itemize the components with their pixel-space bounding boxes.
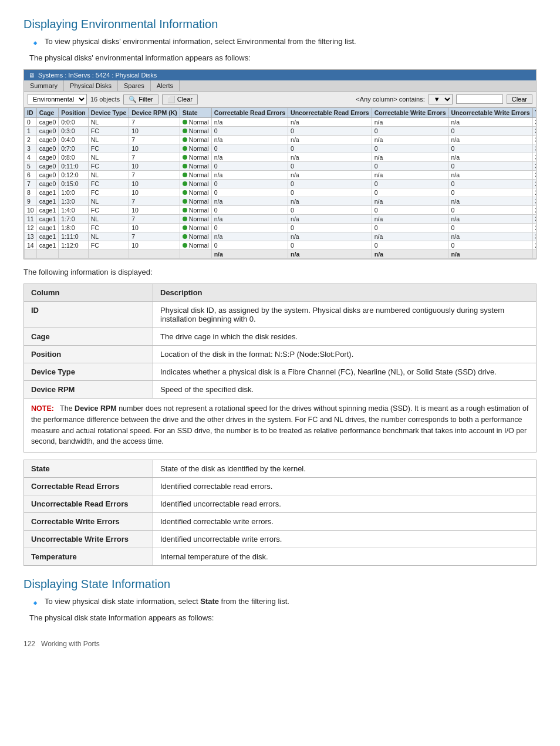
- status-dot: [183, 243, 187, 248]
- col-correctable-read: Correctable Read Errors: [211, 108, 288, 118]
- tab-summary[interactable]: Summary: [24, 80, 64, 91]
- info-description: Identified correctable read errors.: [153, 478, 537, 495]
- info-desc-header: Description: [153, 284, 537, 302]
- screenshot-toolbar: Environmental 16 objects 🔍 Filter ⬜ Clea…: [24, 92, 536, 107]
- bullet2-icon: 🔹: [29, 598, 41, 609]
- info-description: Identified correctable write errors.: [153, 513, 537, 531]
- info-row: Device TypeIndicates whether a physical …: [24, 363, 537, 381]
- info-row: Uncorrectable Write ErrorsIdentified unc…: [24, 531, 537, 548]
- status-dot: [183, 225, 187, 230]
- info-column-label: ID: [24, 302, 153, 328]
- col-position: Position: [59, 108, 88, 118]
- status-dot: [183, 173, 187, 177]
- search-select[interactable]: ▼: [429, 94, 453, 104]
- search-clear-button[interactable]: Clear: [507, 94, 532, 104]
- note-label: NOTE:: [31, 404, 54, 413]
- table-row: 5cage00:11:0FC10Normal000031°C (87.8°F): [25, 162, 537, 171]
- status-dot: [183, 120, 187, 124]
- clear-button[interactable]: ⬜ Clear: [162, 94, 198, 104]
- info-row: IDPhysical disk ID, as assigned by the s…: [24, 302, 537, 328]
- table-header-row: ID Cage Position Device Type Device RPM …: [25, 108, 537, 118]
- info-column-label: Correctable Write Errors: [24, 513, 153, 531]
- filter-select[interactable]: Environmental: [28, 94, 87, 104]
- info-column-label: Uncorrectable Write Errors: [24, 531, 153, 548]
- table-row: 9cage11:3:0NL7Normaln/an/an/an/a32°C (89…: [25, 197, 537, 206]
- section1-bullet1: 🔹 To view physical disks' environmental …: [29, 37, 537, 49]
- col-device-rpm: Device RPM (K): [129, 108, 180, 118]
- bullet1-icon: 🔹: [29, 38, 41, 49]
- info-row: Uncorrectable Read ErrorsIdentified unco…: [24, 495, 537, 513]
- search-input[interactable]: [456, 94, 503, 104]
- info-row: StateState of the disk as identified by …: [24, 460, 537, 478]
- tab-alerts[interactable]: Alerts: [151, 80, 180, 91]
- col-state: State: [180, 108, 211, 118]
- info-column-label: Cage: [24, 328, 153, 346]
- info-description: The drive cage in which the disk resides…: [153, 328, 537, 346]
- table-footer-row: n/an/an/an/a: [25, 250, 537, 259]
- section2-intro2: The physical disk state information appe…: [29, 613, 537, 622]
- status-dot: [183, 155, 187, 160]
- tab-spares[interactable]: Spares: [118, 80, 151, 91]
- section2-bullet1-text: To view physical disk state information,…: [45, 597, 289, 606]
- environmental-table: ID Cage Position Device Type Device RPM …: [24, 107, 536, 259]
- status-dot: [183, 199, 187, 204]
- table-row: 0cage00:0:0NL7Normaln/an/an/an/a34°C (93…: [25, 118, 537, 127]
- info-table-1: Column Description IDPhysical disk ID, a…: [23, 283, 537, 399]
- table-row: 2cage00:4:0NL7Normaln/an/an/an/a36°C (96…: [25, 136, 537, 144]
- info-row: Correctable Read ErrorsIdentified correc…: [24, 478, 537, 495]
- screenshot-titlebar: 🖥 Systems : InServs : 5424 : Physical Di…: [24, 70, 536, 80]
- status-dot: [183, 129, 187, 133]
- table-row: 3cage00:7:0FC10Normal000030°C (86°F): [25, 144, 537, 153]
- section2-container: Displaying State Information 🔹 To view p…: [23, 578, 537, 622]
- status-dot: [183, 217, 187, 221]
- status-dot: [183, 164, 187, 168]
- table-row: 11cage11:7:0NL7Normaln/an/an/an/a32°C (8…: [25, 215, 537, 224]
- table-row: 1cage00:3:0FC10Normal000030°C (86°F): [25, 127, 537, 136]
- table-row: 6cage00:12:0NL7Normaln/an/an/an/a36°C (9…: [25, 171, 537, 180]
- table-row: 7cage00:15:0FC10Normal000028°C (82.4°F): [25, 180, 537, 188]
- info-description: Indicates whether a physical disk is a F…: [153, 363, 537, 381]
- status-dot: [183, 137, 187, 142]
- col-id: ID: [25, 108, 37, 118]
- filter-button[interactable]: 🔍 Filter: [123, 94, 158, 104]
- col-correctable-write: Correctable Write Errors: [372, 108, 448, 118]
- titlebar-icon: 🖥: [29, 72, 35, 79]
- info-description: Internal temperature of the disk.: [153, 548, 537, 566]
- search-label: <Any column> contains:: [356, 96, 424, 103]
- info-row: Device RPMSpeed of the specified disk.: [24, 381, 537, 399]
- col-temperature: Temperature: [532, 108, 536, 118]
- titlebar-text: Systems : InServs : 5424 : Physical Disk…: [38, 72, 157, 79]
- screenshot-tabs: Summary Physical Disks Spares Alerts: [24, 80, 536, 92]
- tab-physical-disks[interactable]: Physical Disks: [64, 80, 118, 91]
- info-column-label: Device RPM: [24, 381, 153, 399]
- info-description: State of the disk as identified by the k…: [153, 460, 537, 478]
- col-uncorrectable-write: Uncorrectable Write Errors: [448, 108, 532, 118]
- col-cage: Cage: [36, 108, 59, 118]
- screenshot-box: 🖥 Systems : InServs : 5424 : Physical Di…: [23, 69, 537, 259]
- status-dot: [183, 181, 187, 186]
- status-dot: [183, 234, 187, 239]
- note-box: NOTE: The Device RPM number does not rep…: [23, 399, 537, 453]
- info-col-header: Column: [24, 284, 153, 302]
- section1-title: Displaying Environmental Information: [23, 18, 537, 31]
- section2-title: Displaying State Information: [23, 578, 537, 591]
- info-description: Speed of the specified disk.: [153, 381, 537, 399]
- info-column-label: Position: [24, 346, 153, 363]
- table-row: 13cage11:11:0NL7Normaln/an/an/an/a32°C (…: [25, 232, 537, 241]
- note-bold-term: Device RPM: [75, 404, 117, 413]
- info-description: Identified uncorrectable write errors.: [153, 531, 537, 548]
- info-row: PositionLocation of the disk in the form…: [24, 346, 537, 363]
- info-description: Location of the disk in the format: N:S:…: [153, 346, 537, 363]
- info-row: TemperatureInternal temperature of the d…: [24, 548, 537, 566]
- section2-bullet1: 🔹 To view physical disk state informatio…: [29, 597, 537, 609]
- table-row: 4cage00:8:0NL7Normaln/an/an/an/a36°C (96…: [25, 153, 537, 162]
- info-description: Physical disk ID, as assigned by the sys…: [153, 302, 537, 328]
- info-row: Correctable Write ErrorsIdentified corre…: [24, 513, 537, 531]
- status-dot: [183, 146, 187, 151]
- col-device-type: Device Type: [88, 108, 129, 118]
- table-row: 10cage11:4:0FC10Normal000028°C (82.4°F): [25, 206, 537, 215]
- table-row: 14cage11:12:0FC10Normal000029°C (84.2°F): [25, 241, 537, 250]
- objects-count: 16 objects: [90, 96, 120, 103]
- status-dot: [183, 190, 187, 195]
- info-column-label: Temperature: [24, 548, 153, 566]
